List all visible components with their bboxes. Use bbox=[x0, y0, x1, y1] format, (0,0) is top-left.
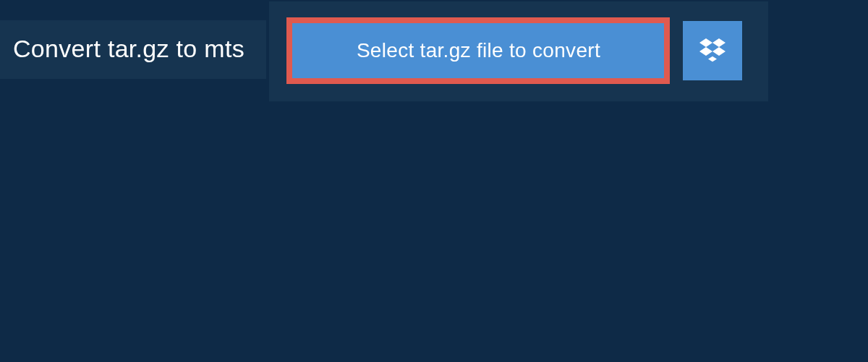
dropbox-icon bbox=[699, 36, 726, 65]
select-file-button-label: Select tar.gz file to convert bbox=[357, 39, 600, 62]
select-file-button[interactable]: Select tar.gz file to convert bbox=[286, 17, 670, 84]
dropbox-button[interactable] bbox=[683, 21, 742, 80]
header-tab: Convert tar.gz to mts bbox=[0, 20, 266, 79]
upload-panel: Select tar.gz file to convert bbox=[269, 1, 768, 101]
page-title: Convert tar.gz to mts bbox=[13, 35, 244, 63]
